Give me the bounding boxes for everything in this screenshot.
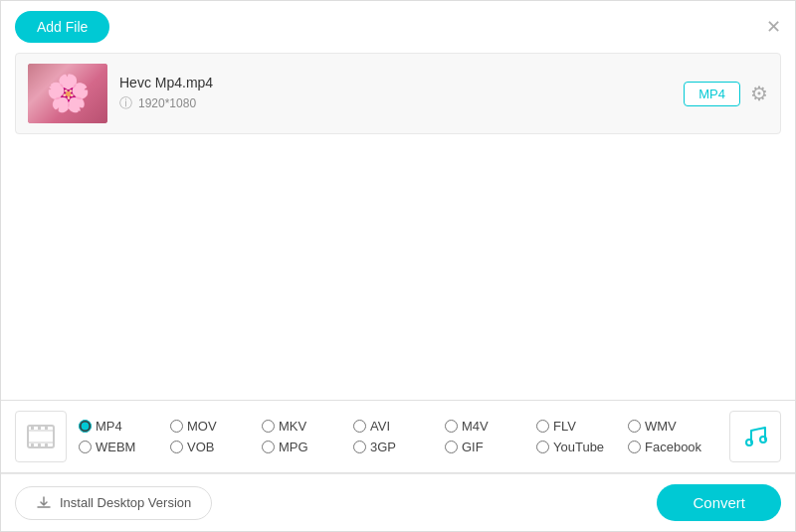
action-bar: Install Desktop Version Convert [1, 473, 795, 531]
format-label-webm: WEBM [96, 440, 135, 454]
install-desktop-button[interactable]: Install Desktop Version [15, 486, 212, 520]
format-label-mp4: MP4 [96, 419, 122, 434]
format-option-vob[interactable]: VOB [170, 440, 262, 454]
format-option-wmv[interactable]: WMV [628, 419, 719, 434]
format-option-mp4[interactable]: MP4 [79, 419, 170, 434]
convert-button[interactable]: Convert [657, 484, 781, 521]
format-radio-avi[interactable] [353, 420, 366, 433]
format-radio-mov[interactable] [170, 420, 183, 433]
format-radio-mp4[interactable] [79, 420, 92, 433]
svg-rect-6 [38, 443, 41, 447]
file-list: Hevc Mp4.mp4 ⓘ 1920*1080 MP4 ⚙ [1, 53, 795, 134]
format-radio-vob[interactable] [170, 441, 183, 453]
format-option-m4v[interactable]: M4V [445, 419, 536, 434]
format-options-grid: MP4 MOV MKV AVI M4V FLV WMV WEBM [79, 419, 719, 454]
format-option-mkv[interactable]: MKV [262, 419, 353, 434]
svg-rect-7 [45, 443, 48, 447]
settings-icon[interactable]: ⚙ [750, 82, 768, 105]
format-radio-flv[interactable] [536, 420, 549, 433]
format-badge-button[interactable]: MP4 [684, 82, 740, 106]
music-note-icon [741, 423, 769, 450]
format-label-vob: VOB [187, 440, 214, 454]
file-info: Hevc Mp4.mp4 ⓘ 1920*1080 [107, 75, 684, 112]
add-file-button[interactable]: Add File [15, 11, 109, 43]
info-icon: ⓘ [119, 94, 132, 112]
format-option-avi[interactable]: AVI [353, 419, 445, 434]
format-label-avi: AVI [370, 419, 390, 434]
format-label-gif: GIF [462, 440, 484, 454]
svg-rect-1 [28, 431, 54, 443]
svg-point-8 [746, 440, 752, 445]
format-label-wmv: WMV [645, 419, 677, 434]
svg-rect-5 [31, 443, 34, 447]
format-radio-youtube[interactable] [536, 441, 549, 453]
format-radio-facebook[interactable] [628, 441, 641, 453]
svg-point-9 [760, 437, 766, 443]
format-option-mpg[interactable]: MPG [262, 440, 353, 454]
format-label-m4v: M4V [462, 419, 489, 434]
install-button-label: Install Desktop Version [60, 495, 191, 510]
format-radio-webm[interactable] [79, 441, 92, 453]
format-option-flv[interactable]: FLV [536, 419, 628, 434]
format-radio-mkv[interactable] [262, 420, 275, 433]
format-radio-m4v[interactable] [445, 420, 458, 433]
file-item: Hevc Mp4.mp4 ⓘ 1920*1080 MP4 ⚙ [15, 53, 781, 134]
file-name: Hevc Mp4.mp4 [119, 75, 672, 90]
format-radio-wmv[interactable] [628, 420, 641, 433]
format-option-mov[interactable]: MOV [170, 419, 262, 434]
file-thumbnail [28, 64, 107, 123]
svg-rect-4 [45, 426, 48, 430]
top-bar: Add File ✕ [1, 1, 795, 53]
format-radio-3gp[interactable] [353, 441, 366, 453]
file-actions: MP4 ⚙ [684, 82, 768, 106]
format-label-3gp: 3GP [370, 440, 396, 454]
format-radio-mpg[interactable] [262, 441, 275, 453]
format-label-facebook: Facebook [645, 440, 701, 454]
audio-formats-icon[interactable] [729, 411, 781, 462]
format-label-mkv: MKV [279, 419, 306, 434]
film-icon [15, 411, 67, 462]
film-strip-icon [25, 421, 57, 452]
format-bar: MP4 MOV MKV AVI M4V FLV WMV WEBM [1, 400, 795, 473]
format-option-3gp[interactable]: 3GP [353, 440, 445, 454]
format-option-webm[interactable]: WEBM [79, 440, 170, 454]
format-radio-gif[interactable] [445, 441, 458, 453]
format-option-gif[interactable]: GIF [445, 440, 536, 454]
format-label-flv: FLV [553, 419, 576, 434]
download-icon [36, 495, 52, 511]
main-content-area [1, 134, 795, 398]
file-resolution: 1920*1080 [138, 96, 196, 110]
svg-rect-2 [31, 426, 34, 430]
format-label-mov: MOV [187, 419, 217, 434]
thumbnail-image [28, 64, 107, 123]
svg-rect-3 [38, 426, 41, 430]
format-label-youtube: YouTube [553, 440, 604, 454]
format-label-mpg: MPG [279, 440, 308, 454]
format-option-youtube[interactable]: YouTube [536, 440, 628, 454]
close-button[interactable]: ✕ [766, 18, 781, 36]
file-meta: ⓘ 1920*1080 [119, 94, 672, 112]
format-option-facebook[interactable]: Facebook [628, 440, 719, 454]
